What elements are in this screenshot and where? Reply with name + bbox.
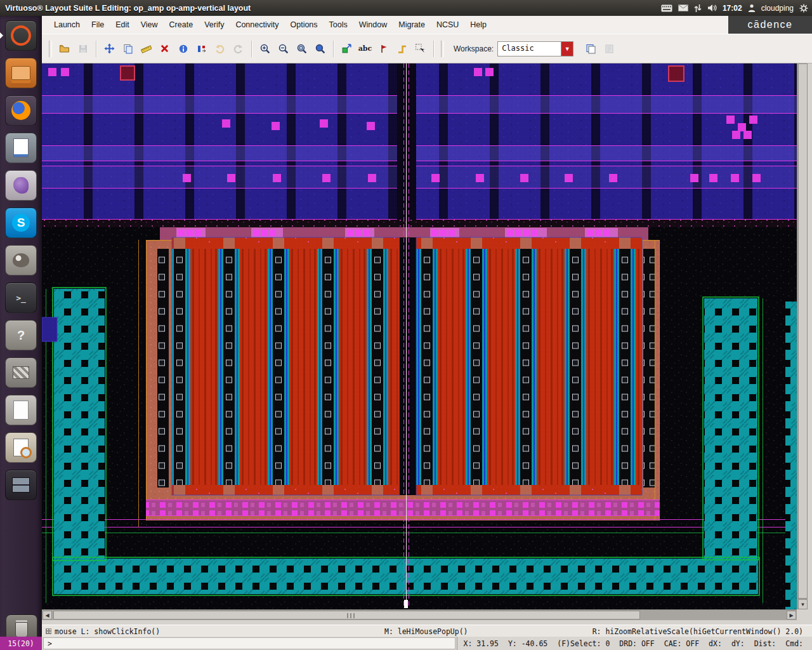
command-bar: 15(20) > X: 31.95 Y: -40.65 (F)Select: 0… bbox=[0, 637, 812, 650]
files-icon bbox=[11, 66, 30, 80]
firefox-icon bbox=[11, 101, 30, 120]
create-pin-button[interactable] bbox=[375, 40, 392, 57]
launcher-item-firefox[interactable] bbox=[5, 95, 37, 126]
create-instance-button[interactable] bbox=[338, 40, 355, 57]
launcher-item-skype[interactable]: S bbox=[5, 208, 37, 238]
launcher-item-archive-tool[interactable] bbox=[5, 357, 37, 388]
delete-icon bbox=[160, 44, 169, 53]
select-mode-button[interactable] bbox=[412, 40, 429, 57]
workspaces-icon bbox=[12, 477, 30, 493]
menu-verify[interactable]: Verify bbox=[199, 16, 230, 34]
blank-file-icon bbox=[13, 401, 29, 420]
launcher-item-document-viewer[interactable] bbox=[5, 133, 37, 163]
vertical-scrollbar[interactable]: ▼ bbox=[797, 63, 808, 609]
chevron-down-icon[interactable]: ▼ bbox=[561, 42, 573, 56]
toolbar-separator bbox=[333, 41, 334, 57]
terminal-icon: >_ bbox=[16, 293, 26, 303]
stretch-button[interactable] bbox=[101, 40, 118, 57]
launcher-item-screenshot-tool[interactable] bbox=[5, 432, 37, 463]
mouse-middle-binding: M: leHiMousePopUp() bbox=[384, 627, 468, 636]
launcher-item-workspace-switcher[interactable] bbox=[5, 470, 37, 500]
command-input[interactable]: > bbox=[43, 637, 455, 649]
vertical-scrollbar-thumb[interactable] bbox=[798, 63, 808, 599]
ruler-icon bbox=[141, 44, 152, 54]
ruler-button[interactable] bbox=[138, 40, 155, 57]
copy-button[interactable] bbox=[119, 40, 136, 57]
menu-bar: Launch File Edit View Create Verify Conn… bbox=[42, 16, 812, 34]
menu-edit[interactable]: Edit bbox=[110, 16, 135, 34]
create-wire-button[interactable] bbox=[393, 40, 410, 57]
status-bar: mouse L: showClickInfo() M: leHiMousePop… bbox=[42, 625, 812, 637]
document-icon bbox=[13, 138, 29, 157]
properties-button[interactable] bbox=[174, 40, 192, 57]
gear-icon[interactable] bbox=[799, 4, 808, 13]
cae-status: CAE: OFF bbox=[664, 639, 699, 648]
properties-icon bbox=[178, 44, 188, 54]
username[interactable]: cloudping bbox=[761, 4, 794, 13]
desktop: { "topbar": { "title": "Virtuoso® Layout… bbox=[0, 0, 812, 650]
dx-readout: dX: bbox=[709, 639, 722, 648]
redo-button[interactable] bbox=[230, 40, 247, 57]
volume-icon[interactable] bbox=[707, 4, 717, 12]
create-wire-icon bbox=[397, 44, 407, 54]
menu-connectivity[interactable]: Connectivity bbox=[230, 16, 284, 34]
system-tray: 17:02 cloudping bbox=[661, 0, 808, 16]
zoom-out-button[interactable] bbox=[275, 40, 292, 57]
select-mode-icon bbox=[415, 43, 426, 54]
rotate-icon bbox=[197, 44, 207, 54]
menu-options[interactable]: Options bbox=[284, 16, 323, 34]
toolbar-grip[interactable] bbox=[441, 41, 444, 57]
launcher-item-gimp[interactable] bbox=[5, 245, 37, 275]
coordinate-readout: X: 31.95 Y: -40.65 (F)Select: 0 DRD: OFF… bbox=[457, 637, 812, 650]
workspace-dropdown[interactable]: Classic ▼ bbox=[497, 41, 573, 56]
zoom-to-fit-button[interactable] bbox=[293, 40, 310, 57]
launcher-item-help[interactable]: ? bbox=[5, 320, 37, 350]
menu-window[interactable]: Window bbox=[353, 16, 393, 34]
window-title: Virtuoso® Layout Suite L Editing: op_amp… bbox=[5, 4, 251, 13]
menu-create[interactable]: Create bbox=[164, 16, 199, 34]
zoom-to-selected-button[interactable] bbox=[311, 40, 329, 57]
layout-canvas-area[interactable] bbox=[42, 63, 797, 609]
help-icon: ? bbox=[17, 329, 25, 342]
menu-view[interactable]: View bbox=[135, 16, 164, 34]
paste-view-button[interactable] bbox=[601, 40, 618, 57]
cmd-readout: Cmd: bbox=[785, 639, 803, 648]
horizontal-scrollbar-thumb[interactable] bbox=[53, 611, 640, 620]
launcher-item-ubuntu-dash[interactable] bbox=[5, 20, 37, 51]
keyboard-icon[interactable] bbox=[661, 4, 672, 12]
toolbar-separator bbox=[96, 41, 96, 57]
launcher-item-terminal[interactable]: >_ bbox=[5, 282, 37, 313]
undo-button[interactable] bbox=[211, 40, 228, 57]
zoom-to-fit-icon bbox=[296, 43, 307, 54]
menu-file[interactable]: File bbox=[86, 16, 110, 34]
rotate-button[interactable] bbox=[193, 40, 210, 57]
toolbar-grip[interactable] bbox=[49, 41, 52, 57]
create-pin-icon bbox=[379, 44, 389, 54]
horizontal-scrollbar[interactable]: ◀ ▶ bbox=[42, 609, 797, 620]
menu-tools[interactable]: Tools bbox=[324, 16, 353, 34]
copy-view-button[interactable] bbox=[582, 40, 599, 57]
menu-migrate[interactable]: Migrate bbox=[393, 16, 431, 34]
delete-button[interactable] bbox=[156, 40, 173, 57]
layout-canvas[interactable] bbox=[42, 63, 797, 609]
save-button[interactable] bbox=[74, 40, 91, 57]
menu-help[interactable]: Help bbox=[464, 16, 492, 34]
cadence-logo: cādence bbox=[728, 16, 812, 34]
scroll-right-arrow[interactable]: ▶ bbox=[787, 611, 796, 620]
scroll-down-arrow[interactable]: ▼ bbox=[798, 599, 808, 609]
create-label-button[interactable]: abc bbox=[357, 40, 374, 57]
open-button[interactable] bbox=[56, 40, 73, 57]
mouse-left-binding: mouse L: showClickInfo() bbox=[55, 627, 160, 636]
launcher-item-files[interactable] bbox=[5, 58, 37, 88]
mail-icon[interactable] bbox=[678, 4, 688, 11]
clock[interactable]: 17:02 bbox=[723, 4, 742, 13]
launcher-item-pidgin[interactable] bbox=[5, 170, 37, 201]
sync-arrows-icon[interactable] bbox=[694, 4, 702, 13]
menu-launch[interactable]: Launch bbox=[48, 16, 86, 34]
y-coordinate: Y: -40.65 bbox=[508, 639, 547, 648]
zoom-in-button[interactable] bbox=[256, 40, 273, 57]
launcher-item-text-file[interactable] bbox=[5, 395, 37, 425]
menu-ncsu[interactable]: NCSU bbox=[431, 16, 464, 34]
stretch-icon bbox=[104, 43, 115, 54]
scroll-left-arrow[interactable]: ◀ bbox=[43, 611, 52, 620]
